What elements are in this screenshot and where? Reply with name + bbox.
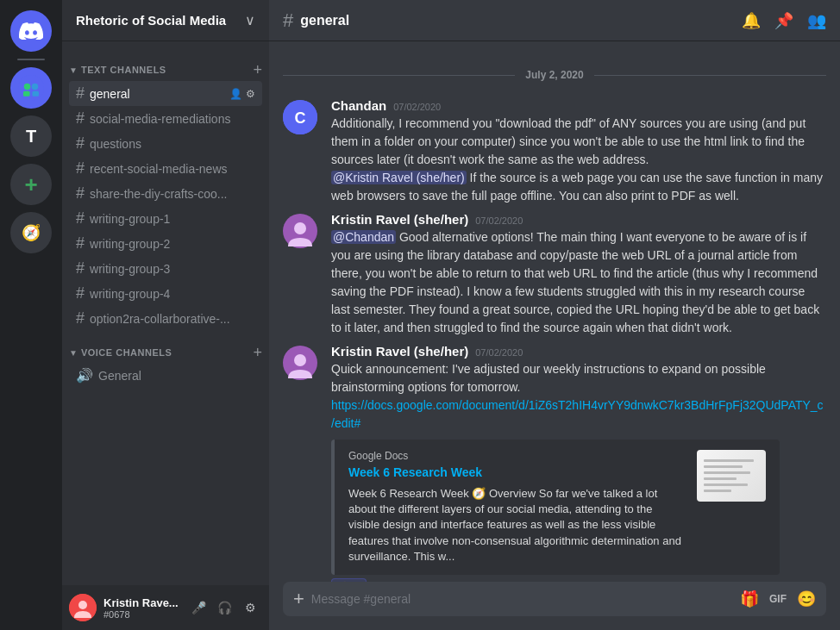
- msg-text-kristin-1: @Chandan Good alternative options! The m…: [331, 228, 826, 337]
- channel-hash-icon: #: [76, 234, 85, 253]
- server-name: Rhetoric of Social Media: [76, 13, 226, 28]
- category-arrow-text: ▼: [69, 65, 78, 75]
- channel-name: writing-group-4: [90, 287, 255, 301]
- server-sidebar: T + 🧭: [0, 0, 62, 630]
- channel-item-general[interactable]: # general 👤 ⚙: [69, 81, 262, 106]
- input-right-icons: 🎁 GIF 😊: [740, 589, 816, 608]
- embed-card-google-doc: Google Docs Week 6 Research Week Week 6 …: [331, 440, 780, 575]
- user-name: Kristin Rave...: [103, 596, 179, 609]
- svg-rect-0: [18, 75, 44, 101]
- channel-name: writing-group-3: [90, 262, 255, 276]
- channel-item-voice-general[interactable]: 🔊 General: [69, 364, 262, 387]
- message-input[interactable]: [311, 582, 733, 616]
- msg-header-chandan: Chandan 07/02/2020: [331, 98, 826, 113]
- svg-point-10: [294, 222, 306, 234]
- mute-microphone-button[interactable]: 🎤: [186, 596, 210, 620]
- msg-text-chandan: Additionally, I recommend you "download …: [331, 115, 826, 205]
- svg-rect-3: [23, 91, 30, 97]
- google-doc-link[interactable]: https://docs.google.com/document/d/1iZ6s…: [331, 398, 824, 430]
- channel-name: social-media-remediations: [90, 112, 255, 126]
- messages-container[interactable]: July 2, 2020 C Chandan 07/02/2020 Additi…: [269, 41, 840, 582]
- channel-item-writing-group-4[interactable]: # writing-group-4: [69, 281, 262, 306]
- server-icon-t[interactable]: T: [10, 115, 52, 157]
- server-icon-explore[interactable]: 🧭: [10, 212, 52, 253]
- message-group-kristin-2: Kristin Ravel (she/her) 07/02/2020 Quick…: [269, 340, 840, 582]
- channel-item-questions[interactable]: # questions: [69, 131, 262, 156]
- gift-icon[interactable]: 🎁: [740, 589, 759, 608]
- gif-button[interactable]: GIF: [769, 593, 787, 605]
- msg-timestamp-kristin-2: 07/02/2020: [475, 347, 523, 358]
- chat-header-hash-icon: #: [283, 9, 293, 32]
- channel-item-share-diy[interactable]: # share-the-diy-crafts-coo...: [69, 181, 262, 206]
- channel-settings-icon[interactable]: ⚙: [246, 88, 255, 100]
- mention-chandan[interactable]: @Chandan: [331, 230, 396, 244]
- svg-point-1: [24, 84, 31, 90]
- mention-kristin[interactable]: @Kristin Ravel (she/her): [331, 171, 467, 184]
- msg-author-kristin-1[interactable]: Kristin Ravel (she/her): [331, 212, 468, 227]
- channel-hash-icon: #: [76, 84, 85, 103]
- server-header[interactable]: Rhetoric of Social Media ∨: [62, 0, 269, 41]
- channel-hash-icon: #: [76, 259, 85, 278]
- discord-home-icon[interactable]: [10, 10, 52, 52]
- message-group-kristin-1: Kristin Ravel (she/her) 07/02/2020 @Chan…: [269, 209, 840, 340]
- server-icon-rsm[interactable]: [10, 67, 52, 109]
- channel-sidebar: Rhetoric of Social Media ∨ ▼ TEXT CHANNE…: [62, 0, 269, 630]
- chat-header: # general 🔔 📌 👥: [269, 0, 840, 41]
- message-input-area: + 🎁 GIF 😊: [269, 582, 840, 630]
- channel-name: general: [90, 87, 229, 101]
- date-divider-july2: July 2, 2020: [269, 62, 840, 88]
- msg-header-kristin-1: Kristin Ravel (she/her) 07/02/2020: [331, 212, 826, 227]
- add-voice-channel-button[interactable]: +: [253, 345, 262, 360]
- server-icon-add[interactable]: +: [10, 164, 52, 205]
- members-icon[interactable]: 👥: [807, 11, 826, 30]
- channel-item-option2ra[interactable]: # option2ra-collarborative-...: [69, 306, 262, 331]
- chat-header-left: # general: [283, 9, 349, 32]
- channel-action-icons: 👤 ⚙: [229, 88, 255, 100]
- reactions: 👍 1: [331, 578, 826, 582]
- chat-channel-name: general: [300, 13, 349, 28]
- thumbsup-reaction[interactable]: 👍 1: [331, 578, 367, 582]
- msg-header-kristin-2: Kristin Ravel (she/her) 07/02/2020: [331, 344, 826, 359]
- embed-thumbnail: [697, 450, 766, 502]
- channel-name: writing-group-1: [90, 212, 255, 226]
- voice-channels-label: VOICE CHANNELS: [81, 347, 172, 358]
- channel-name: General: [98, 369, 255, 383]
- msg-author-chandan[interactable]: Chandan: [331, 98, 386, 113]
- embed-title[interactable]: Week 6 Research Week: [348, 465, 683, 479]
- user-panel: Kristin Rave... #0678 🎤 🎧 ⚙: [62, 585, 269, 630]
- avatar-chandan: C: [283, 100, 317, 134]
- text-channels-category: ▼ TEXT CHANNELS +: [62, 48, 269, 81]
- channel-name: writing-group-2: [90, 237, 255, 251]
- channel-item-social-media-remediations[interactable]: # social-media-remediations: [69, 106, 262, 131]
- channel-user-icon[interactable]: 👤: [229, 88, 242, 100]
- channel-item-writing-group-1[interactable]: # writing-group-1: [69, 206, 262, 231]
- user-settings-button[interactable]: ⚙: [238, 596, 262, 620]
- avatar-kristin-2: [283, 346, 317, 380]
- channel-hash-icon: #: [76, 284, 85, 303]
- notification-bell-icon[interactable]: 🔔: [742, 11, 761, 30]
- embed-content: Google Docs Week 6 Research Week Week 6 …: [348, 450, 683, 565]
- svg-point-6: [78, 601, 87, 609]
- date-divider-text: July 2, 2020: [515, 69, 593, 81]
- channel-name: option2ra-collarborative-...: [90, 312, 255, 326]
- deafen-button[interactable]: 🎧: [212, 596, 236, 620]
- chat-header-right: 🔔 📌 👥: [742, 11, 826, 30]
- message-group-chandan: C Chandan 07/02/2020 Additionally, I rec…: [269, 95, 840, 209]
- main-content: # general 🔔 📌 👥 July 2, 2020 C Chand: [269, 0, 840, 630]
- embed-description: Week 6 Research Week 🧭 Overview So far w…: [348, 486, 683, 565]
- emoji-button[interactable]: 😊: [797, 589, 816, 608]
- msg-content-kristin-1: Kristin Ravel (she/her) 07/02/2020 @Chan…: [331, 212, 826, 337]
- svg-rect-4: [33, 91, 40, 97]
- channel-item-writing-group-2[interactable]: # writing-group-2: [69, 231, 262, 256]
- channel-name: recent-social-media-news: [90, 162, 255, 176]
- channel-item-writing-group-3[interactable]: # writing-group-3: [69, 256, 262, 281]
- msg-text-kristin-2: Quick announcement: I've adjusted our we…: [331, 360, 826, 433]
- add-attachment-button[interactable]: +: [293, 584, 304, 614]
- voice-channels-category: ▼ VOICE CHANNELS +: [62, 331, 269, 364]
- voice-icon: 🔊: [76, 367, 93, 384]
- msg-author-kristin-2[interactable]: Kristin Ravel (she/her): [331, 344, 468, 359]
- add-text-channel-button[interactable]: +: [253, 62, 262, 78]
- channel-item-recent-social-media-news[interactable]: # recent-social-media-news: [69, 156, 262, 181]
- pin-icon[interactable]: 📌: [774, 11, 793, 30]
- msg-timestamp: 07/02/2020: [393, 102, 441, 112]
